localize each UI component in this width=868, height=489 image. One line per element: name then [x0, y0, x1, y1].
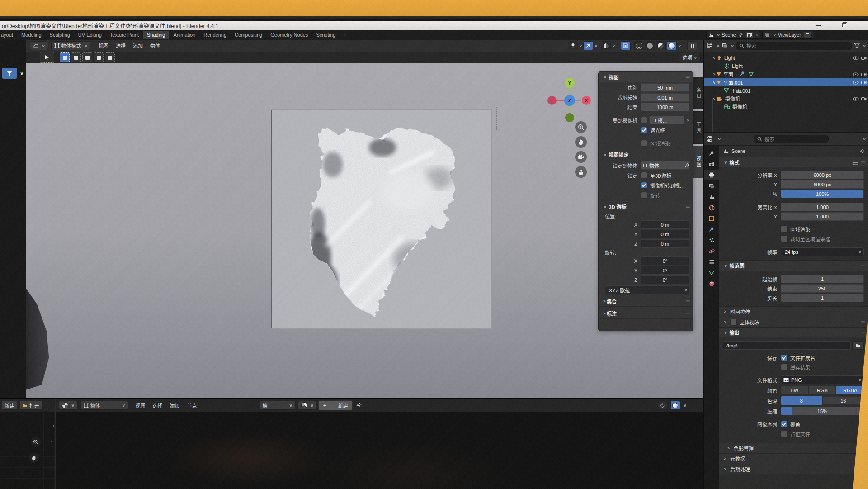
- aspect-y-field[interactable]: 1.000: [781, 212, 864, 221]
- tab-compositing[interactable]: Compositing: [231, 31, 266, 39]
- clear-object-button[interactable]: ×: [687, 118, 689, 123]
- tab-data-properties[interactable]: [704, 267, 719, 278]
- local-camera-object-field[interactable]: 摄...: [649, 116, 684, 124]
- zoom-button[interactable]: [575, 121, 587, 133]
- stereoscopy-panel[interactable]: >立体视法≡≡: [719, 317, 868, 327]
- tab-layout[interactable]: ayout: [0, 31, 17, 39]
- shading-rendered-button[interactable]: [667, 41, 677, 50]
- lock-rotation-checkbox[interactable]: [641, 192, 647, 199]
- local-camera-checkbox[interactable]: [641, 117, 647, 123]
- hide-eye-icon[interactable]: [853, 56, 859, 60]
- n-panel-tab-item[interactable]: 条目: [693, 77, 704, 109]
- view-lock-panel-header[interactable]: ∨ 视图锁定: [599, 150, 693, 160]
- tab-output-properties[interactable]: [704, 170, 719, 180]
- aspect-x-field[interactable]: 1.000: [781, 203, 864, 211]
- view-panel-header[interactable]: ∨ 视图 ≡≡: [599, 72, 693, 82]
- refresh-button[interactable]: [658, 401, 668, 410]
- select-mode-set[interactable]: [60, 52, 70, 62]
- tab-modifier-properties[interactable]: [704, 224, 719, 235]
- menu-view[interactable]: 视图: [95, 42, 112, 49]
- select-mode-intersect[interactable]: [105, 52, 115, 62]
- disable-render-camera-icon[interactable]: [861, 72, 867, 76]
- tab-geometry-nodes[interactable]: Geometry Nodes: [266, 31, 312, 39]
- tab-texture-paint[interactable]: Texture Paint: [106, 31, 143, 39]
- camera-to-view-checkbox[interactable]: [641, 182, 647, 189]
- pan-button[interactable]: [575, 136, 587, 148]
- cursor-rot-x-field[interactable]: 0°: [641, 256, 689, 265]
- cursor-loc-z-field[interactable]: 0 m: [641, 239, 689, 248]
- outliner-row-plane[interactable]: > 平面: [704, 70, 868, 78]
- outliner-row-plane-001-selected[interactable]: ∨ 平面.001: [704, 78, 868, 86]
- outliner-search-input[interactable]: 搜索: [736, 42, 852, 50]
- hide-eye-icon[interactable]: [853, 81, 859, 85]
- properties-search-input[interactable]: 搜索: [754, 135, 829, 143]
- select-mode-subtract[interactable]: [82, 52, 92, 62]
- tab-world-properties[interactable]: [704, 202, 719, 213]
- frame-end-field[interactable]: 250: [781, 284, 864, 293]
- area-resize-handle[interactable]: ‹: [51, 438, 52, 443]
- new-viewlayer-button[interactable]: [804, 31, 812, 38]
- shader-editor-type-dropdown[interactable]: ∨: [59, 401, 78, 410]
- camera-view-button[interactable]: [575, 151, 587, 163]
- select-mode-invert[interactable]: [94, 52, 104, 62]
- select-mode-extend[interactable]: [71, 52, 81, 62]
- cursor-loc-x-field[interactable]: 0 m: [641, 220, 689, 229]
- format-render-region-checkbox[interactable]: [781, 226, 788, 233]
- menu-select[interactable]: 选择: [112, 42, 129, 49]
- gizmo-x-negative[interactable]: [547, 96, 557, 105]
- breadcrumb-scene[interactable]: Scene: [731, 148, 745, 154]
- tab-viewlayer-properties[interactable]: [704, 180, 719, 191]
- placeholder-checkbox[interactable]: [781, 430, 788, 437]
- tab-sculpting[interactable]: Sculpting: [46, 31, 74, 39]
- cache-result-checkbox[interactable]: [781, 364, 788, 370]
- n-panel-tab-view[interactable]: 视图: [693, 146, 704, 178]
- resolution-percent-slider[interactable]: 100%: [781, 190, 864, 198]
- minimize-button[interactable]: —: [811, 22, 825, 28]
- file-format-dropdown[interactable]: PNG ∨: [781, 375, 864, 384]
- disable-render-camera-icon[interactable]: [861, 97, 867, 101]
- tab-particle-properties[interactable]: [704, 235, 719, 246]
- tab-object-properties[interactable]: [704, 213, 719, 224]
- area-resize-handle[interactable]: ›: [53, 423, 54, 428]
- tab-animation[interactable]: Animation: [169, 31, 199, 39]
- snap-toggle[interactable]: [583, 41, 593, 50]
- shader-menu-add[interactable]: 添加: [166, 402, 184, 409]
- eyedropper-icon[interactable]: [684, 163, 689, 168]
- tab-render-properties[interactable]: [704, 159, 719, 170]
- annotations-panel-header[interactable]: > 标注 ≡≡: [599, 309, 693, 319]
- outliner-row-light-object[interactable]: ∨ Light: [704, 54, 868, 62]
- editor-type-dropdown[interactable]: ∨: [30, 41, 48, 50]
- to-3d-cursor-checkbox[interactable]: [641, 172, 647, 179]
- filter-funnel-icon[interactable]: [854, 43, 860, 48]
- add-workspace-button[interactable]: +: [340, 31, 350, 39]
- time-stretch-panel[interactable]: >时间拉伸: [719, 306, 868, 317]
- shader-node-canvas[interactable]: [55, 412, 703, 489]
- resolution-y-field[interactable]: 6000 px: [781, 180, 864, 189]
- image-editor-canvas[interactable]: › ‹: [0, 412, 55, 489]
- options-dropdown[interactable]: 选项 ∨: [679, 53, 701, 62]
- format-panel-header[interactable]: ∨ 格式 ≡≡: [719, 157, 868, 167]
- color-management-panel[interactable]: >色彩管理: [719, 443, 868, 453]
- tab-physics-properties[interactable]: [704, 246, 719, 256]
- cursor-rot-z-field[interactable]: 0°: [641, 275, 689, 284]
- pin-icon[interactable]: [356, 403, 362, 408]
- outliner-row-plane-001-data[interactable]: 平面.001: [704, 86, 868, 95]
- menu-object[interactable]: 物体: [146, 42, 164, 49]
- xray-toggle[interactable]: [621, 41, 631, 50]
- browse-folder-button[interactable]: [852, 341, 864, 350]
- pause-button[interactable]: [687, 41, 697, 50]
- focal-length-field[interactable]: 50 mm: [641, 83, 689, 92]
- filter-dropdown[interactable]: [2, 68, 17, 79]
- mode-dropdown[interactable]: 物体模式 ∨: [51, 41, 91, 50]
- tab-scene-properties[interactable]: [704, 191, 719, 202]
- hide-eye-icon[interactable]: [853, 97, 859, 101]
- outliner-row-camera-object[interactable]: ∨ 摄像机: [704, 95, 868, 103]
- shading-material-button[interactable]: [656, 41, 666, 50]
- color-rgb-button[interactable]: RGB: [809, 386, 836, 394]
- restore-button[interactable]: [837, 22, 851, 28]
- cursor-loc-y-field[interactable]: 0 m: [641, 230, 689, 238]
- lock-view-button[interactable]: [575, 166, 587, 178]
- active-tool-select-box[interactable]: [40, 52, 54, 63]
- frame-start-field[interactable]: 1: [781, 275, 864, 283]
- pin-icon[interactable]: [738, 33, 743, 38]
